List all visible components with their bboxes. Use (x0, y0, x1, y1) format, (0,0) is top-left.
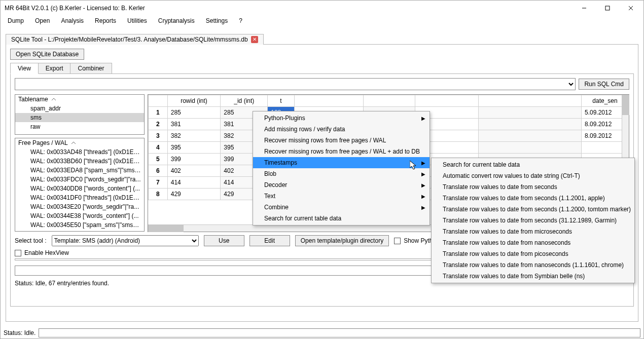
menu-item[interactable]: Translate row values to date from nanose… (432, 259, 634, 271)
submenu-arrow-icon: ▶ (421, 160, 425, 166)
close-button[interactable] (619, 1, 642, 16)
menu-cryptanalysis[interactable]: Cryptanalysis (156, 16, 197, 25)
sort-indicator-icon (71, 141, 76, 144)
enable-hexview-checkbox[interactable]: Enable HexView (15, 249, 69, 256)
menu-item[interactable]: Translate row values to date from second… (432, 193, 634, 204)
menu-item[interactable]: Timestamps▶ (253, 157, 430, 168)
maximize-button[interactable] (596, 1, 619, 16)
tool-select[interactable]: Template: SMS (addr) (Android) (52, 235, 199, 246)
menu-item[interactable]: Translate row values to date from nanose… (432, 237, 634, 248)
submenu-arrow-icon: ▶ (421, 194, 425, 199)
close-icon (628, 6, 633, 11)
menu-item[interactable]: Combine▶ (253, 202, 430, 213)
menubar: Dump Open Analysis Reports Utilities Cry… (1, 16, 643, 28)
status-bar: Status: Idle. (1, 327, 643, 338)
menu-help[interactable]: ? (237, 16, 244, 25)
context-menu[interactable]: Python-Plugins▶Add missing rows / verify… (253, 111, 430, 225)
grid-header[interactable]: t (268, 95, 294, 107)
wal-list[interactable]: Free Pages / WAL WAL: 0x0033AD48 ["threa… (15, 138, 145, 232)
menu-dump[interactable]: Dump (6, 16, 26, 25)
menu-item[interactable]: Automatic convert row values to date str… (432, 170, 634, 181)
table-list-header: Tablename (15, 95, 144, 104)
menu-item[interactable]: Translate row values to date from second… (432, 181, 634, 193)
menu-item[interactable]: Translate row values to date from second… (432, 215, 634, 226)
menu-reports[interactable]: Reports (93, 16, 118, 25)
grid-header[interactable]: _id (int) (221, 95, 268, 107)
grid-header[interactable] (294, 95, 364, 107)
svg-rect-1 (605, 6, 610, 10)
edit-button[interactable]: Edit (249, 235, 290, 246)
tab-view[interactable]: View (10, 63, 39, 74)
menu-item[interactable]: Python-Plugins▶ (253, 112, 430, 124)
list-item[interactable]: WAL: 0x00346E68 ["threads"] (0xD1EC... (15, 230, 144, 232)
list-item[interactable]: WAL: 0x00340DD8 ["words_content"] (... (15, 184, 144, 193)
menu-item[interactable]: Recover missing rows from free pages / W… (253, 146, 430, 157)
list-item[interactable]: WAL: 0x0033EDA8 ["spam_sms"|"sms"]... (15, 166, 144, 175)
list-item[interactable]: WAL: 0x0033BD60 ["threads"] (0xD1EC... (15, 157, 144, 166)
list-item[interactable]: WAL: 0x0033AD48 ["threads"] (0xD1EC... (15, 147, 144, 157)
close-tab-button[interactable]: ✕ (251, 36, 258, 43)
document-tab[interactable]: SQLite Tool - L:/Projekte/MobileRevelato… (6, 34, 264, 45)
list-item[interactable]: WAL: 0x00344E38 ["words_content"] (... (15, 211, 144, 220)
menu-item[interactable]: Blob▶ (253, 168, 430, 179)
menu-item[interactable]: Search for current table data (253, 213, 430, 224)
minimize-icon (582, 6, 587, 11)
list-item[interactable]: WAL: 0x00343E20 ["words_segdir"|"ra... (15, 202, 144, 211)
open-template-dir-button[interactable]: Open template/plugin directory (295, 235, 389, 246)
grid-header[interactable] (478, 95, 581, 107)
list-item[interactable]: raw (15, 122, 144, 131)
maximize-icon (605, 6, 610, 11)
tab-export[interactable]: Export (38, 63, 71, 74)
menu-open[interactable]: Open (33, 16, 52, 25)
grid-header[interactable] (149, 95, 168, 107)
checkbox-icon (394, 238, 401, 244)
status-field (39, 328, 640, 337)
grid-header[interactable] (415, 95, 478, 107)
list-item[interactable]: sms (15, 113, 144, 122)
table-list[interactable]: Tablename spam_addr sms raw (15, 94, 145, 135)
list-item[interactable]: spam_addr (15, 104, 144, 113)
menu-analysis[interactable]: Analysis (59, 16, 86, 25)
open-sqlite-database-button[interactable]: Open SQLite Database (10, 49, 84, 60)
menu-item[interactable]: Translate row values to date from Symbia… (432, 271, 634, 282)
menu-item[interactable]: Search for current table data (432, 159, 634, 170)
grid-header[interactable] (364, 95, 415, 107)
use-button[interactable]: Use (204, 235, 244, 246)
submenu-arrow-icon: ▶ (421, 171, 425, 177)
menu-item[interactable]: Translate row values to date from second… (432, 204, 634, 215)
title-bar: MR 64Bit V2.0.1 (c) B.Kerler - Licensed … (1, 1, 643, 16)
run-sql-cmd-button[interactable]: Run SQL Cmd (579, 79, 629, 90)
list-item[interactable]: WAL: 0x0033FDC0 ["words_segdir"|"ra... (15, 175, 144, 184)
grid-header-row: rowid (int) _id (int) t date_sen (149, 95, 629, 107)
select-tool-label: Select tool : (15, 237, 47, 244)
wal-list-header: Free Pages / WAL (15, 138, 144, 147)
menu-item[interactable]: Translate row values to date from picose… (432, 248, 634, 259)
context-submenu-timestamps[interactable]: Search for current table dataAutomatic c… (431, 158, 635, 283)
minimize-button[interactable] (573, 1, 596, 16)
checkbox-icon (15, 250, 21, 256)
window-title: MR 64Bit V2.0.1 (c) B.Kerler - Licensed … (5, 5, 145, 12)
submenu-arrow-icon: ▶ (421, 182, 425, 188)
status-label: Status: Idle. (4, 329, 35, 336)
menu-item[interactable]: Translate row values to date from micros… (432, 226, 634, 237)
menu-item[interactable]: Recover missing rows from free pages / W… (253, 135, 430, 146)
submenu-arrow-icon: ▶ (421, 116, 425, 121)
tab-combiner[interactable]: Combiner (70, 63, 112, 74)
list-item[interactable]: WAL: 0x00345E50 ["spam_sms"|"sms"]... (15, 220, 144, 230)
menu-item[interactable]: Decoder▶ (253, 179, 430, 191)
document-tabs: SQLite Tool - L:/Projekte/MobileRevelato… (6, 32, 638, 44)
menu-settings[interactable]: Settings (204, 16, 230, 25)
menu-item[interactable]: Add missing rows / verify data (253, 124, 430, 135)
grid-header[interactable]: rowid (int) (167, 95, 221, 107)
menu-utilities[interactable]: Utilities (125, 16, 149, 25)
sql-command-input[interactable] (15, 78, 576, 90)
sort-indicator-icon (51, 98, 56, 101)
submenu-arrow-icon: ▶ (421, 205, 425, 210)
list-item[interactable]: WAL: 0x00341DF0 ["threads"] (0xD1EC... (15, 193, 144, 202)
inner-tabs: View Export Combiner (10, 63, 634, 74)
document-tab-label: SQLite Tool - L:/Projekte/MobileRevelato… (11, 36, 248, 43)
menu-item[interactable]: Text▶ (253, 191, 430, 202)
